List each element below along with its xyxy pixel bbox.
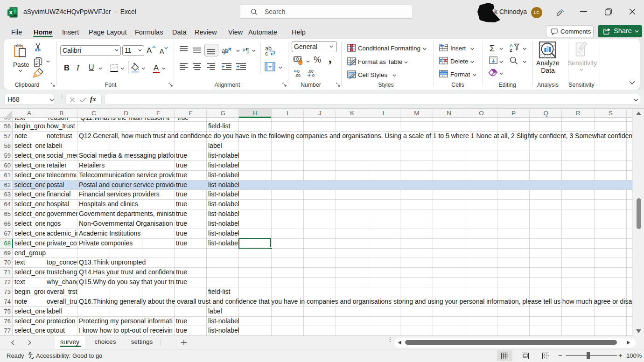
svg-text:¶: ¶ [245,47,249,54]
svg-text:c: c [265,50,268,56]
svg-text:0: 0 [312,73,315,77]
svg-text:Z: Z [510,48,512,52]
svg-text:.00: .00 [295,73,301,77]
